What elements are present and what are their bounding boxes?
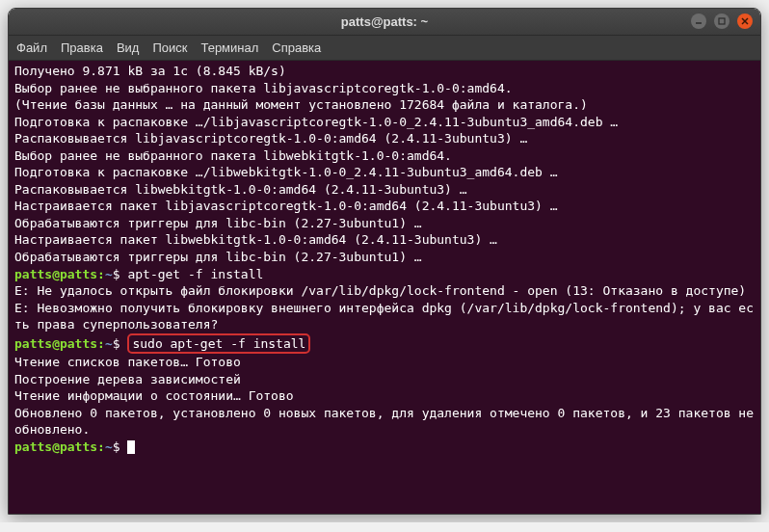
prompt-sep: : [97,267,105,281]
prompt-user: patts@patts [14,439,97,454]
output-line: (Чтение базы данных … на данный момент у… [14,97,588,112]
titlebar[interactable]: patts@patts: ~ [9,9,760,36]
output-line: Выбор ранее не выбранного пакета libjava… [14,81,513,95]
output-line: Настраивается пакет libjavascriptcoregtk… [14,199,558,213]
output-line: Распаковывается libwebkitgtk-1.0-0:amd64… [14,182,467,197]
command-text: sudo apt-get -f install [132,336,305,351]
menu-file[interactable]: Файл [16,40,47,55]
window-controls [691,13,753,29]
minimize-button[interactable] [691,13,706,29]
prompt-dollar: $ [113,336,120,351]
output-line: Обновлено 0 пакетов, установлено 0 новых… [14,406,761,438]
output-line: Подготовка к распаковке …/libwebkitgtk-1… [14,165,558,179]
command-text: apt-get -f install [120,267,264,281]
prompt-sep: : [97,336,105,351]
output-line: Распаковывается libjavascriptcoregtk-1.0… [14,131,527,146]
error-line: E: Невозможно получить блокировку внешне… [14,301,754,332]
output-line: Построение дерева зависимостей [14,372,241,386]
close-button[interactable] [737,13,753,29]
terminal-window: patts@patts: ~ Файл Правка Вид Поиск Тер… [8,8,761,515]
output-line: Подготовка к распаковке …/libjavascriptc… [14,115,618,129]
error-line: E: Не удалось открыть файл блокировки /v… [14,283,746,298]
output-line: Получено 9.871 kB за 1с (8.845 kB/s) [14,64,286,78]
prompt-user: patts@patts [14,267,97,281]
menu-edit[interactable]: Правка [61,40,103,55]
prompt-sep: : [97,439,105,454]
menu-search[interactable]: Поиск [152,40,187,55]
output-line: Чтение информации о состоянии… Готово [14,388,294,403]
prompt-path: ~ [105,267,113,281]
svg-rect-1 [719,18,725,24]
output-line: Чтение списков пакетов… Готово [14,355,241,369]
output-line: Выбор ранее не выбранного пакета libwebk… [14,148,452,163]
prompt-dollar: $ [113,439,120,454]
window-title: patts@patts: ~ [341,14,428,29]
prompt-dollar: $ [113,267,120,281]
menu-view[interactable]: Вид [117,40,140,55]
terminal-area[interactable]: Получено 9.871 kB за 1с (8.845 kB/s) Выб… [9,61,760,514]
menu-help[interactable]: Справка [272,40,321,55]
menu-terminal[interactable]: Терминал [200,40,258,55]
output-line: Обрабатываются триггеры для libc-bin (2.… [14,216,422,230]
output-line: Настраивается пакет libwebkitgtk-1.0-0:a… [14,232,497,247]
prompt-path: ~ [105,336,113,351]
prompt-user: patts@patts [14,336,97,351]
cursor [127,440,135,454]
highlighted-command: sudo apt-get -f install [127,333,310,355]
prompt-path: ~ [105,439,113,454]
output-line: Обрабатываются триггеры для libc-bin (2.… [14,250,422,264]
menubar: Файл Правка Вид Поиск Терминал Справка [9,36,760,61]
maximize-button[interactable] [714,13,729,29]
